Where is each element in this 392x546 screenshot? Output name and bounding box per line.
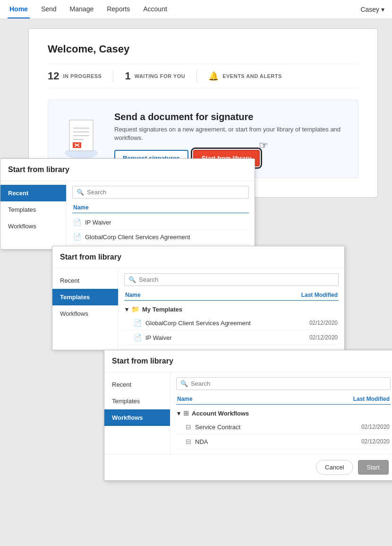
stat-events-label: EVENTS AND ALERTS — [222, 73, 282, 79]
bell-icon: 🔔 — [208, 71, 219, 81]
search-icon-p1: 🔍 — [77, 189, 84, 196]
table-row[interactable]: 📄 GlobalCorp Client Services Agreement 0… — [124, 316, 339, 330]
panel2-sidebar: Recent Templates Workflows — [52, 269, 119, 350]
panel2-col-name: Name — [125, 292, 141, 298]
table-row[interactable]: ⊟ Service Contract 02/12/2020 — [176, 420, 391, 434]
welcome-title: Welcome, Casey — [48, 43, 358, 55]
doc-icon-1: 📄 — [73, 218, 81, 226]
stat-in-progress-label: IN PROGRESS — [63, 73, 102, 79]
panel2-search-box[interactable]: 🔍 — [124, 273, 339, 286]
table-row[interactable]: 📄 IP Waiver — [72, 215, 249, 230]
panel1-row2-name: GlobalCorp Client Services Agreement — [85, 234, 248, 241]
panel3-row1-name: Service Contract — [195, 424, 358, 431]
library-panel-templates: Start from library Recent Templates Work… — [52, 246, 345, 350]
panel1-search-box[interactable]: 🔍 — [72, 186, 249, 199]
panel1-search-input[interactable] — [87, 189, 245, 196]
panel2-row2-name: IP Waiver — [145, 334, 306, 341]
panel2-row2-date: 02/12/2020 — [309, 334, 338, 341]
panel2-sidebar-workflows[interactable]: Workflows — [52, 305, 118, 322]
panel3-body: Recent Templates Workflows 🔍 Name Last M… — [104, 373, 392, 454]
stat-events: 🔔 EVENTS AND ALERTS — [197, 71, 293, 81]
panel2-col-date: Last Modified — [301, 292, 338, 298]
search-icon-p3: 🔍 — [180, 380, 188, 387]
doc-icon-p2-1: 📄 — [134, 319, 142, 327]
library-panel-recent: Start from library Recent Templates Work… — [0, 158, 255, 250]
panel3-header: Start from library — [104, 350, 392, 373]
panel3-row1-date: 02/12/2020 — [361, 424, 390, 430]
stat-waiting: 1 WAITING FOR YOU — [113, 70, 197, 82]
nav-home[interactable]: Home — [8, 0, 30, 18]
panel3-search-box[interactable]: 🔍 — [176, 377, 391, 390]
panel3-row2-date: 02/12/2020 — [361, 438, 390, 445]
panel1-sidebar-templates[interactable]: Templates — [0, 201, 66, 218]
panel2-table-header: Name Last Modified — [124, 290, 339, 301]
user-menu[interactable]: Casey ▾ — [360, 6, 384, 13]
panel1-col-name: Name — [73, 204, 89, 211]
workflow-icon-1: ⊟ — [186, 423, 191, 431]
workflow-folder-icon: ⊞ — [183, 409, 189, 417]
doc-icon-2: 📄 — [73, 233, 81, 241]
stat-in-progress: 12 IN PROGRESS — [48, 70, 113, 82]
table-row[interactable]: ⊟ NDA 02/12/2020 — [176, 434, 391, 449]
send-doc-desc: Request signatures on a new agreement, o… — [114, 125, 344, 142]
panel3-table-header: Name Last Modified — [176, 394, 391, 405]
panel3-search-input[interactable] — [191, 380, 386, 387]
stats-row: 12 IN PROGRESS 1 WAITING FOR YOU 🔔 EVENT… — [48, 64, 358, 88]
chevron-icon-p3: ▾ — [177, 410, 180, 417]
panel1-row1-name: IP Waiver — [85, 219, 248, 226]
library-panel-workflows: Start from library Recent Templates Work… — [104, 350, 392, 481]
panel1-sidebar-recent[interactable]: Recent — [0, 185, 66, 201]
panel2-folder-name: My Templates — [142, 306, 182, 313]
workflow-icon-2: ⊟ — [186, 438, 191, 445]
panel2-sidebar-templates[interactable]: Templates — [52, 289, 118, 305]
panel2-body: Recent Templates Workflows 🔍 Name Last M… — [52, 269, 344, 350]
panel2-folder-row: ▾ 📁 My Templates — [124, 303, 339, 316]
panel3-sidebar-templates[interactable]: Templates — [104, 393, 170, 409]
panel3-footer: Cancel Start — [104, 454, 392, 480]
panel1-table-header: Name — [72, 202, 249, 213]
doc-icon-p2-2: 📄 — [134, 334, 142, 341]
nav-account[interactable]: Account — [141, 0, 169, 18]
panel2-row1-date: 02/12/2020 — [309, 320, 338, 326]
nav-reports[interactable]: Reports — [105, 0, 132, 18]
panel1-body: Recent Templates Workflows 🔍 Name 📄 IP W… — [0, 181, 255, 249]
panel2-sidebar-recent[interactable]: Recent — [52, 272, 118, 289]
panel3-sidebar-workflows[interactable]: Workflows — [104, 409, 170, 426]
panel2-search-input[interactable] — [139, 276, 334, 283]
panel1-sidebar-workflows[interactable]: Workflows — [0, 218, 66, 234]
stat-waiting-label: WAITING FOR YOU — [135, 73, 186, 79]
search-icon-p2: 🔍 — [128, 276, 136, 283]
send-doc-title: Send a document for signature — [114, 112, 344, 122]
panel1-header: Start from library — [0, 159, 255, 181]
panel2-row1-name: GlobalCorp Client Services Agreement — [145, 320, 306, 327]
panel3-sidebar-recent[interactable]: Recent — [104, 376, 170, 393]
nav-manage[interactable]: Manage — [68, 0, 96, 18]
panel3-col-name: Name — [177, 396, 193, 402]
panel1-content: 🔍 Name 📄 IP Waiver 📄 GlobalCorp Client S… — [67, 181, 255, 249]
top-navigation: Home Send Manage Reports Account Casey ▾ — [0, 0, 392, 19]
chevron-icon-p2: ▾ — [125, 306, 128, 313]
panel1-sidebar: Recent Templates Workflows — [0, 181, 67, 249]
document-illustration — [62, 118, 100, 160]
table-row[interactable]: 📄 IP Waiver 02/12/2020 — [124, 330, 339, 345]
nav-send[interactable]: Send — [39, 0, 59, 18]
stat-in-progress-number: 12 — [48, 70, 59, 82]
panel2-header: Start from library — [52, 246, 344, 269]
table-row[interactable]: 📄 GlobalCorp Client Services Agreement — [72, 230, 249, 244]
panel3-sidebar: Recent Templates Workflows — [104, 373, 170, 454]
nav-items: Home Send Manage Reports Account — [8, 0, 360, 18]
panel3-content: 🔍 Name Last Modified ▾ ⊞ Account Workflo… — [170, 373, 392, 454]
folder-icon-p2: 📁 — [131, 305, 139, 313]
stat-waiting-number: 1 — [125, 70, 130, 82]
panel3-col-date: Last Modified — [353, 396, 390, 402]
panel3-row2-name: NDA — [195, 438, 358, 445]
panel3-folder-row: ▾ ⊞ Account Workflows — [176, 407, 391, 420]
panel2-content: 🔍 Name Last Modified ▾ 📁 My Templates 📄 … — [119, 269, 344, 350]
panel3-folder-name: Account Workflows — [192, 410, 249, 417]
start-button[interactable]: Start — [358, 460, 389, 475]
cancel-button[interactable]: Cancel — [316, 460, 353, 475]
